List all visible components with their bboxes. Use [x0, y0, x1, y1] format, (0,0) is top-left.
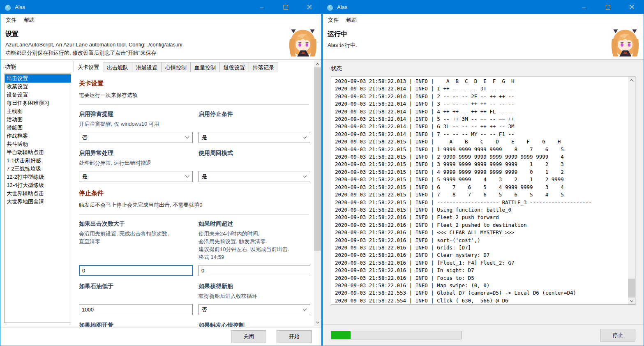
sidebar-item[interactable]: 7-2三战拣垃圾 — [5, 165, 71, 173]
dropdown-启用异常处理[interactable]: 是 — [79, 171, 193, 182]
close-button[interactable] — [620, 0, 644, 14]
dropdown-使用周回模式[interactable]: 是 — [199, 171, 310, 182]
sidebar-item[interactable]: 作战档案 — [5, 132, 71, 140]
input-如果石油低于[interactable]: 1000 — [79, 304, 193, 315]
sidebar-item[interactable]: 共斗活动 — [5, 140, 71, 148]
input-value: 0 — [82, 268, 85, 274]
sidebar-item[interactable]: 1-1伏击刷好感 — [5, 157, 71, 165]
sidebar-item[interactable]: 活动图 — [5, 115, 71, 124]
form-field: 启用停止条件是 — [199, 111, 310, 143]
sidebar-item[interactable]: 半自动辅助点击 — [5, 148, 71, 157]
stop-button[interactable]: 停止 — [600, 329, 635, 341]
settings-window: Alas 文件帮助 设置 AzurLaneAutoScript, An Azur… — [0, 0, 322, 346]
form-field: 启用弹窗提醒开启弹窗提醒, 仅 windows10 可用否 — [79, 111, 193, 143]
field-description: 会沿用先前设置, 触发后清零. — [199, 238, 310, 245]
settings-content: 关卡设置需要运行一次来保存选项启用弹窗提醒开启弹窗提醒, 仅 windows10… — [74, 72, 314, 327]
desktop: Alas 文件帮助 设置 AzurLaneAutoScript, An Azur… — [0, 0, 644, 346]
scroll-down-icon[interactable] — [628, 298, 635, 304]
log-line: 2020-09-03 21:58:22.016 | INFO | <<< CLE… — [335, 229, 627, 236]
log-line: 2020-09-03 21:58:22.016 | INFO | In sigh… — [335, 267, 627, 274]
section-description: 需要运行一次来保存选项 — [79, 92, 309, 99]
log-line: 2020-09-03 21:58:22.554 | INFO | Click (… — [335, 297, 627, 304]
sidebar-item[interactable]: 主线图 — [5, 107, 71, 115]
chevron-down-icon — [185, 174, 189, 178]
minimize-button[interactable] — [250, 0, 274, 14]
tab-潜艇设置[interactable]: 潜艇设置 — [132, 62, 162, 72]
runner-footer: 停止 — [323, 324, 644, 346]
chevron-down-icon — [185, 135, 189, 139]
scroll-up-icon[interactable] — [314, 60, 321, 67]
start-button[interactable]: 开始 — [277, 330, 312, 343]
form-field: 使用周回模式是 — [199, 150, 310, 182]
section-description: 触发后不会马上停止会先完成当前出击, 不需要就填0 — [79, 201, 309, 209]
tab-出击舰队[interactable]: 出击舰队 — [103, 62, 132, 72]
runner-header: 运行中 Alas 运行中。 — [323, 26, 644, 60]
sidebar-item[interactable]: 大世界地图全清 — [5, 198, 71, 206]
sidebar-item[interactable]: 每日任务困难演习 — [5, 99, 71, 107]
log-line: 2020-09-03 21:58:22.553 | INFO | Global … — [335, 289, 627, 297]
field-description: 会沿用先前设置, 完成出击将扣除次数, — [79, 230, 193, 238]
title-bar[interactable]: Alas — [0, 0, 321, 14]
field-description: 处理部分异常, 运行出错时撤退 — [79, 159, 193, 167]
log-line: 2020-09-03 21:58:22.016 | INFO | [Fleet_… — [335, 259, 627, 267]
log-line: 2020-09-03 21:58:22.016 | INFO | Fleet_2… — [335, 214, 627, 221]
field-description: 格式 14:59 — [199, 253, 310, 261]
form-field: 如果触发心情控制若是, 等待回复, 完成本次, 停止 — [199, 322, 310, 327]
divider — [79, 104, 309, 105]
field-label: 启用停止条件 — [199, 111, 310, 118]
title-bar[interactable]: Alas — [323, 0, 644, 14]
close-icon — [307, 5, 312, 9]
input-如果出击次数大于[interactable]: 0 — [79, 265, 193, 276]
log-line: 2020-09-03 21:58:22.016 | INFO | sort=('… — [335, 237, 627, 244]
log-line: 2020-09-03 21:58:22.016 | INFO | Grids: … — [335, 244, 627, 251]
field-description: 直至清零 — [79, 238, 193, 245]
dropdown-启用弹窗提醒[interactable]: 否 — [79, 132, 193, 143]
avatar — [610, 28, 640, 58]
input-value: 0 — [201, 268, 204, 274]
close-settings-button[interactable]: 关闭 — [231, 330, 266, 343]
scroll-down-icon[interactable] — [314, 319, 321, 326]
tab-血量控制[interactable]: 血量控制 — [190, 62, 220, 72]
sidebar-item[interactable]: 出击设置 — [5, 74, 71, 83]
settings-footer: 关闭 开始 — [0, 327, 321, 346]
sidebar-item[interactable]: 12-4打大型练级 — [5, 181, 71, 189]
log-line: 2020-09-03 21:58:22.015 | INFO | 6 7 6 5… — [335, 184, 627, 191]
log-line: 2020-09-03 21:58:22.013 | INFO | A B C D… — [335, 78, 627, 85]
close-button[interactable] — [298, 0, 321, 14]
minimize-button[interactable] — [572, 0, 596, 14]
tab-心情控制[interactable]: 心情控制 — [161, 62, 191, 72]
menu-item-文件[interactable]: 文件 — [2, 14, 20, 26]
menu-bar-right: 文件帮助 — [323, 14, 644, 26]
dropdown-如果获得新船[interactable]: 否 — [199, 304, 310, 315]
scroll-up-icon[interactable] — [628, 76, 635, 83]
tab-退役设置[interactable]: 退役设置 — [219, 62, 249, 72]
menu-item-文件[interactable]: 文件 — [324, 14, 342, 26]
form-field: 如果获得新船获得新船后进入收获循环否 — [199, 283, 310, 315]
scrollbar-thumb[interactable] — [628, 279, 635, 298]
window-title: Alas — [15, 4, 25, 10]
runner-subtitle: Alas 运行中。 — [328, 42, 644, 49]
tab-关卡设置[interactable]: 关卡设置 — [74, 61, 103, 72]
input-如果时间超过[interactable]: 0 — [199, 265, 310, 276]
sidebar-item[interactable]: 设备设置 — [5, 91, 71, 99]
log-scrollbar[interactable] — [628, 76, 635, 304]
maximize-button[interactable] — [274, 0, 298, 14]
maximize-button[interactable] — [596, 0, 620, 14]
dropdown-启用停止条件[interactable]: 是 — [199, 132, 310, 143]
sidebar-item[interactable]: 大世界辅助点击 — [5, 189, 71, 198]
window-title: Alas — [337, 4, 347, 10]
menu-item-帮助[interactable]: 帮助 — [20, 14, 38, 26]
sidebar-item[interactable]: 潜艇图 — [5, 124, 71, 132]
field-label: 使用周回模式 — [199, 150, 310, 157]
menu-item-帮助[interactable]: 帮助 — [342, 14, 360, 26]
log-line: 2020-09-03 21:58:22.015 | INFO | 7 8 7 6… — [335, 191, 627, 198]
tab-掉落记录[interactable]: 掉落记录 — [249, 62, 278, 72]
sidebar-item[interactable]: 收菜设置 — [5, 83, 71, 91]
sidebar-list[interactable]: 出击设置收菜设置设备设置每日任务困难演习主线图活动图潜艇图作战档案共斗活动半自动… — [5, 74, 71, 323]
avatar — [288, 28, 318, 58]
settings-body: 功能 出击设置收菜设置设备设置每日任务困难演习主线图活动图潜艇图作战档案共斗活动… — [0, 60, 321, 327]
minimize-icon — [260, 5, 264, 9]
scrollbar-thumb[interactable] — [314, 67, 321, 251]
sidebar-item[interactable]: 12-2打中型练级 — [5, 173, 71, 181]
settings-scrollbar[interactable] — [314, 60, 321, 326]
